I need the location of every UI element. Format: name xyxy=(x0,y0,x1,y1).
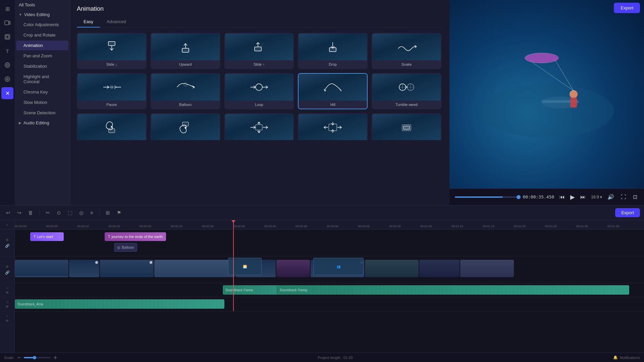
sidebar-icon-effects[interactable] xyxy=(1,59,13,71)
notifications-area[interactable]: 🔔 Notifications xyxy=(613,355,640,360)
flag-btn[interactable]: ⚑ xyxy=(115,208,123,217)
ruler-tick-70: 00:01:10 xyxy=(451,223,463,228)
sidebar-icon-close[interactable]: ✕ xyxy=(1,87,13,99)
clip-journey[interactable]: T journey to the ends of the earth xyxy=(105,232,166,241)
sidebar-item-crop-rotate[interactable]: Crop and Rotate xyxy=(16,30,68,40)
main-content: Animation Easy Advanced Slid xyxy=(70,0,449,205)
track-audio1-mix-icon[interactable]: ♫ xyxy=(6,286,8,290)
sidebar-item-color-adjustments[interactable]: Color Adjustments xyxy=(16,20,68,29)
track-audio-1[interactable]: Soundtrack ©wmа Soundtrack ©wmр xyxy=(15,283,644,297)
anim-card-pause[interactable]: Pause xyxy=(77,73,147,109)
track-1-eye-icon[interactable]: 👁 xyxy=(5,238,9,242)
sidebar-item-animation[interactable]: Animation xyxy=(16,41,68,50)
export-button[interactable]: Export xyxy=(614,3,640,13)
cut-btn[interactable]: ✂ xyxy=(44,208,52,217)
align-btn[interactable]: ≡ xyxy=(88,208,95,217)
anim-card-vortex-out[interactable]: Vortex – out xyxy=(151,113,220,140)
play-start-btn[interactable]: ⏮ xyxy=(558,193,566,201)
scale-handle[interactable] xyxy=(33,356,36,359)
anim-card-slide-down[interactable]: Slide ↓ xyxy=(77,33,147,69)
anim-card-vortex-in[interactable]: Vortex – in xyxy=(77,113,147,140)
scale-control: Scale: xyxy=(4,356,57,360)
track-2-eye-icon[interactable]: 👁 xyxy=(5,265,9,269)
add-track-icon[interactable]: + xyxy=(6,223,8,227)
track-audio3-note-icon[interactable]: ♪ xyxy=(6,314,8,318)
undo-btn[interactable]: ↩ xyxy=(4,208,12,217)
clip-floating-2[interactable]: 👥 xyxy=(313,258,364,275)
audio-editing-header[interactable]: ▶ Audio Editing xyxy=(15,118,70,128)
tab-easy[interactable]: Easy xyxy=(77,16,100,27)
export-btn-timeline[interactable]: Export xyxy=(615,208,640,217)
svg-rect-50 xyxy=(570,98,577,108)
scale-slider[interactable] xyxy=(24,357,51,358)
track-2-link-icon[interactable]: 🔗 xyxy=(5,270,10,275)
track-audio3-eye-icon[interactable]: 👁 xyxy=(5,319,9,323)
progress-handle[interactable] xyxy=(517,195,521,199)
video-seg-1[interactable] xyxy=(15,260,68,277)
tab-advanced[interactable]: Advanced xyxy=(100,16,133,27)
audio-clip-2[interactable]: Soundtrack ©wmр xyxy=(277,285,629,295)
sidebar-item-chroma-key[interactable]: Chroma Key xyxy=(16,87,68,97)
anim-card-slide-up[interactable]: Slide ↑ xyxy=(224,33,294,69)
timeline-scroll-area[interactable]: 00:00:00 00:00:05 00:00:10 00:00:15 00:0… xyxy=(15,220,644,353)
video-editing-header[interactable]: ▼ Video Editing xyxy=(15,10,70,19)
clip-balloon[interactable]: ◎ Balloon xyxy=(114,243,137,252)
anim-card-snake[interactable]: Snake xyxy=(372,33,441,69)
aspect-ratio-display[interactable]: 16:9 ▾ xyxy=(591,195,602,199)
video-seg-6[interactable] xyxy=(276,260,310,277)
svg-rect-1 xyxy=(5,35,10,39)
anim-card-zoom-out[interactable]: Zoom out xyxy=(298,113,368,140)
sidebar-icon-video[interactable] xyxy=(1,17,13,29)
sidebar-item-scene-detection[interactable]: Scene Detection xyxy=(16,108,68,118)
sidebar-item-highlight-conceal[interactable]: Highlight and Conceal xyxy=(16,72,68,86)
video-seg-3[interactable] xyxy=(100,260,154,277)
delete-btn[interactable]: 🗑 xyxy=(26,208,35,217)
anim-card-zoom-in[interactable]: Zoom in xyxy=(224,113,294,140)
sidebar-icon-layers[interactable] xyxy=(1,31,13,43)
sidebar-icon-grid[interactable]: ⊞ xyxy=(1,3,13,15)
anim-card-tumble-weed[interactable]: Tumble-weed xyxy=(372,73,441,109)
track-video-main[interactable]: 🌅 👥 xyxy=(15,256,644,283)
sidebar-icon-audio[interactable] xyxy=(1,73,13,85)
redo-btn[interactable]: ↪ xyxy=(15,208,23,217)
track-text-overlay[interactable]: T Let's start T journey to the ends of t… xyxy=(15,230,644,256)
play-end-btn[interactable]: ⏭ xyxy=(579,193,587,201)
sidebar-item-slow-motion[interactable]: Slow Motion xyxy=(16,98,68,107)
copy-btn[interactable]: ⊙ xyxy=(55,208,63,217)
anim-card-drop[interactable]: Drop xyxy=(298,33,368,69)
crop-btn[interactable]: ⬚ xyxy=(66,208,74,217)
sidebar-icon-text[interactable]: T xyxy=(1,45,13,57)
track-audio-main[interactable]: Soundtrack_Ama xyxy=(15,297,644,311)
track-1-lock-icon[interactable]: 🔗 xyxy=(5,244,10,248)
tab-bar: Easy Advanced xyxy=(77,16,443,27)
video-seg-10[interactable] xyxy=(460,260,514,277)
video-seg-9[interactable] xyxy=(419,260,460,277)
track-audio2-eye-icon[interactable]: 👁 xyxy=(5,305,9,309)
svg-point-53 xyxy=(525,53,558,63)
mark-btn[interactable]: ◎ xyxy=(77,208,86,217)
progress-bar[interactable] xyxy=(455,196,519,198)
track-audio1-eye-icon[interactable]: 👁 xyxy=(5,291,9,295)
sidebar-item-pan-zoom[interactable]: Pan and Zoom xyxy=(16,51,68,61)
volume-btn[interactable]: 🔊 xyxy=(606,192,615,201)
text-track-btn[interactable]: ⊞ xyxy=(104,208,112,217)
video-seg-2[interactable] xyxy=(69,260,99,277)
svg-point-3 xyxy=(5,63,10,67)
play-btn[interactable]: ▶ xyxy=(569,192,576,202)
audio-clip-main[interactable]: Soundtrack_Ama xyxy=(15,299,224,309)
project-length-value: 01:30 xyxy=(343,356,353,360)
ruler-tick-0: 00:00:00 xyxy=(15,223,26,228)
all-tools-header[interactable]: All Tools xyxy=(15,0,70,10)
anim-card-fade-in[interactable]: Fade in xyxy=(372,113,441,140)
clip-lets-start[interactable]: T Let's start xyxy=(30,232,64,241)
anim-card-hill[interactable]: Hill xyxy=(298,73,368,109)
settings-btn[interactable]: ⊡ xyxy=(632,192,639,201)
fullscreen-btn[interactable]: ⛶ xyxy=(620,193,628,201)
video-seg-8[interactable] xyxy=(365,260,419,277)
anim-card-loop[interactable]: Loop xyxy=(224,73,294,109)
sidebar-item-stabilization[interactable]: Stabilization xyxy=(16,61,68,71)
anim-card-balloon[interactable]: Balloon xyxy=(151,73,220,109)
video-seg-4[interactable] xyxy=(154,260,235,277)
anim-card-upward[interactable]: Upward xyxy=(151,33,220,69)
track-audio2-mix-icon[interactable]: ♫ xyxy=(6,300,8,304)
